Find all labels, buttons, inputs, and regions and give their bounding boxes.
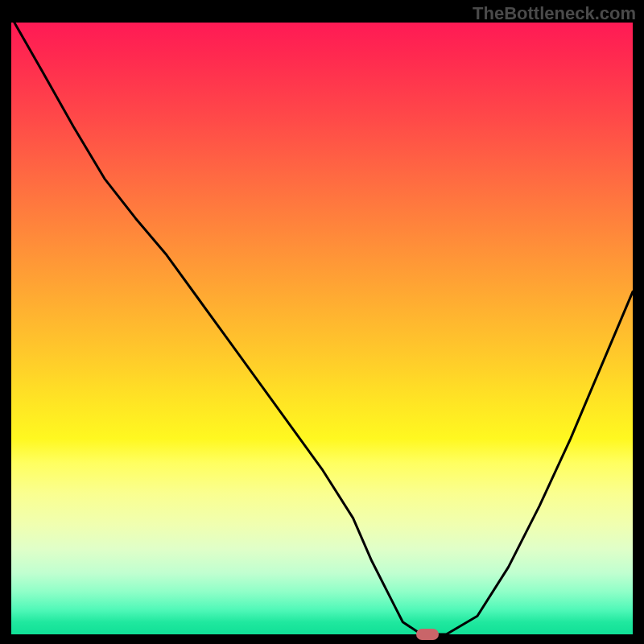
- bottleneck-curve: [11, 23, 633, 634]
- optimal-marker: [416, 629, 439, 640]
- plot-area: [11, 23, 633, 634]
- watermark-label: TheBottleneck.com: [473, 3, 636, 24]
- chart-container: TheBottleneck.com: [0, 0, 644, 644]
